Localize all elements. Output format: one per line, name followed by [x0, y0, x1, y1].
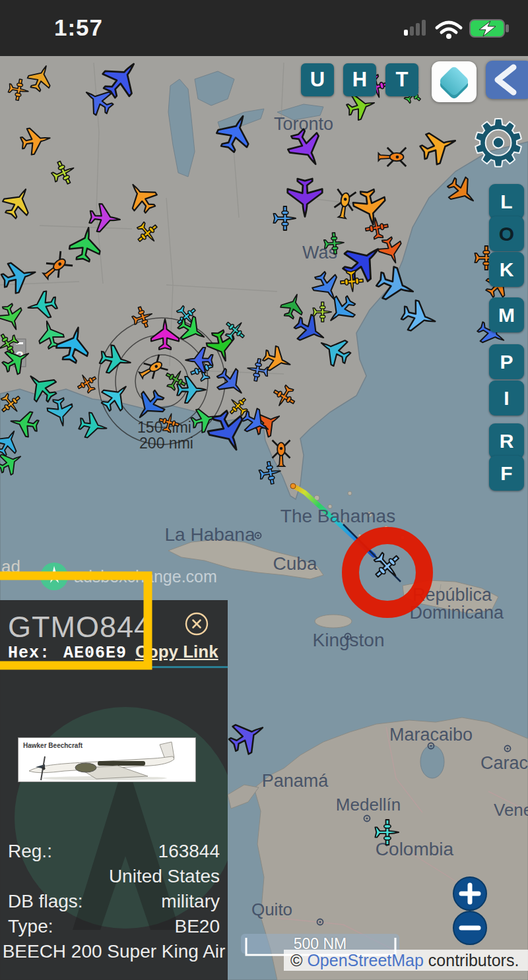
detail-row: Reg.:163844: [8, 841, 220, 862]
aircraft-photo: Hawker Beechcraft: [18, 737, 196, 782]
hex-code: Hex:AE06E9: [8, 644, 127, 663]
map-label: Vene: [494, 800, 528, 820]
layer-button-i[interactable]: I: [489, 381, 524, 415]
panel-divider: [0, 666, 228, 668]
zoom-in-button[interactable]: [453, 876, 487, 911]
system-icons: [404, 15, 516, 42]
layer-button-f[interactable]: F: [489, 456, 524, 491]
chevron-left-icon: [486, 61, 528, 99]
layer-button-m[interactable]: M: [489, 297, 524, 332]
aircraft-type-full: BEECH 200 Super King Air: [0, 941, 228, 962]
layer-button-r[interactable]: R: [489, 423, 524, 458]
attribution-copyright: ©: [290, 951, 307, 970]
close-panel-button[interactable]: [183, 611, 210, 637]
detail-value: military: [161, 891, 220, 912]
back-button[interactable]: [486, 61, 528, 99]
map-label: The Bahamas: [280, 506, 395, 526]
map-label: Caracas: [480, 753, 528, 773]
detail-label: Type:: [8, 916, 53, 937]
detail-label: Reg.:: [8, 841, 52, 862]
filter-button-h[interactable]: H: [343, 63, 376, 96]
map-label: Cuba: [273, 553, 317, 574]
settings-button[interactable]: ⚙: [465, 112, 528, 181]
filter-button-u[interactable]: U: [301, 63, 334, 96]
status-bar: 1:57: [0, 0, 528, 56]
callsign: GTMO844: [8, 610, 151, 644]
map-layers-button[interactable]: [432, 61, 477, 102]
filter-button-t[interactable]: T: [385, 63, 418, 96]
map-label: Was: [302, 243, 337, 262]
layer-button-l[interactable]: L: [489, 184, 524, 219]
map-label: La Habana: [164, 524, 255, 545]
map-label: Dominicana: [409, 603, 504, 623]
svg-text:⚙: ⚙: [470, 112, 526, 178]
detail-label: DB flags:: [8, 891, 83, 912]
map-attribution: © OpenStreetMap contributors.: [284, 950, 528, 971]
openstreetmap-link[interactable]: OpenStreetMap: [307, 951, 424, 970]
range-ring-label-200: 200 nmi: [139, 435, 193, 452]
map-label: Panamá: [262, 771, 329, 791]
battery-charging-icon: [470, 20, 509, 37]
minus-icon: [454, 912, 486, 944]
aircraft-info-panel: GTMO844 Hex:AE06E9 Copy Link Hawker Beec…: [0, 600, 228, 980]
map-label: Quito: [251, 900, 292, 919]
map-label: Kingston: [313, 630, 385, 650]
map-label: ad: [1, 557, 20, 576]
plus-icon: [454, 878, 486, 909]
attribution-suffix: contributors.: [424, 951, 519, 970]
gear-icon: ⚙: [465, 112, 528, 178]
clock: 1:57: [54, 15, 103, 41]
layer-button-k[interactable]: K: [489, 252, 524, 287]
detail-value: 163844: [158, 841, 220, 862]
detail-row: Type:BE20: [8, 916, 220, 937]
map-label: República: [412, 585, 492, 605]
app-screen: 150 nmi 200 nmi adsbexchange.com Toronto…: [0, 0, 528, 980]
layer-button-o[interactable]: O: [489, 216, 524, 251]
detail-value: BE20: [175, 916, 220, 937]
detail-value: United States: [109, 866, 220, 887]
detail-row: DB flags:military: [8, 891, 220, 912]
close-icon: [193, 621, 201, 628]
signal-icon: [404, 20, 426, 36]
copy-link[interactable]: Copy Link: [135, 642, 218, 662]
svg-text:adsbexchange.com: adsbexchange.com: [74, 567, 217, 586]
zoom-out-button[interactable]: [453, 911, 487, 945]
map-label: Maracaibo: [389, 725, 473, 745]
svg-text:Hawker Beechcraft: Hawker Beechcraft: [23, 742, 83, 749]
wifi-icon: [437, 22, 461, 39]
layer-button-p[interactable]: P: [489, 344, 524, 379]
map-label: Medellín: [336, 795, 401, 814]
detail-row: United States: [8, 866, 220, 887]
